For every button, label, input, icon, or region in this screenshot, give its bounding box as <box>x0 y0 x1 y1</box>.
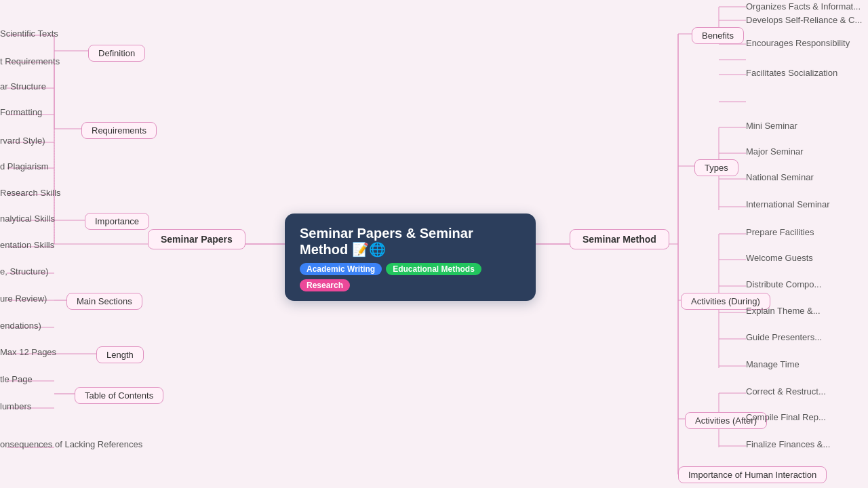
formatting-label: Formatting <box>0 107 42 117</box>
research-skills-label: Research Skills <box>0 188 61 198</box>
seminar-method-label: Seminar Method <box>583 234 656 245</box>
presentation-skills-label: entation Skills <box>0 240 54 250</box>
encourages-resp-label: Encourages Responsibility <box>746 38 850 48</box>
mini-seminar-label: Mini Seminar <box>746 121 797 131</box>
analytical-skills-label: nalytical Skills <box>0 214 55 224</box>
center-tags: Academic Writing Educational Methods Res… <box>300 263 521 291</box>
prepare-facilities-label: Prepare Facilities <box>746 227 814 237</box>
seminar-papers-node[interactable]: Seminar Papers <box>148 229 245 249</box>
main-sections-node[interactable]: Main Sections <box>66 293 142 310</box>
structure-label: e, Structure) <box>0 266 49 277</box>
requirements-node[interactable]: Requirements <box>81 122 157 139</box>
types-node[interactable]: Types <box>694 159 738 176</box>
correct-restruct-label: Correct & Restruct... <box>746 386 826 396</box>
benefits-node[interactable]: Benefits <box>692 27 744 44</box>
develops-self-label: Develops Self-Reliance & C... <box>746 15 862 25</box>
center-node: Seminar Papers & Seminar Method 📝🌐 Acade… <box>285 214 536 301</box>
national-seminar-label: National Seminar <box>746 172 814 182</box>
lit-review-label: ure Review) <box>0 293 47 304</box>
distribute-compo-label: Distribute Compo... <box>746 279 821 289</box>
major-seminar-label: Major Seminar <box>746 146 804 157</box>
center-title-text: Seminar Papers & Seminar Method 📝🌐 <box>300 226 521 258</box>
length-node[interactable]: Length <box>96 346 144 363</box>
tag-educational: Educational Methods <box>386 263 481 275</box>
finalize-finances-label: Finalize Finances &... <box>746 439 830 449</box>
compile-final-label: Compile Final Rep... <box>746 412 826 422</box>
center-title: Seminar Papers & Seminar Method 📝🌐 <box>300 226 521 258</box>
organizes-facts-label: Organizes Facts & Informat... <box>746 1 861 12</box>
seminar-method-node[interactable]: Seminar Method <box>570 229 669 249</box>
human-interaction-node[interactable]: Importance of Human Interaction <box>678 466 827 483</box>
harvard-style-label: rvard Style) <box>0 136 45 146</box>
tag-academic: Academic Writing <box>300 263 382 275</box>
max-pages-label: Max 12 Pages <box>0 347 56 357</box>
req-content-label: t Requirements <box>0 56 60 66</box>
tag-research: Research <box>300 279 350 291</box>
explain-theme-label: Explain Theme &... <box>746 306 821 316</box>
international-seminar-label: International Seminar <box>746 199 830 209</box>
definition-node[interactable]: Definition <box>88 45 145 62</box>
plagiarism-label: d Plagiarism <box>0 161 49 171</box>
manage-time-label: Manage Time <box>746 359 800 369</box>
page-numbers-label: lumbers <box>0 401 31 411</box>
recommendations-label: endations) <box>0 321 41 331</box>
table-of-contents-node[interactable]: Table of Contents <box>75 387 163 404</box>
welcome-guests-label: Welcome Guests <box>746 253 813 263</box>
ar-structure-label: ar Structure <box>0 81 46 92</box>
consequences-label: onsequences of Lacking References <box>0 439 142 449</box>
importance-node[interactable]: Importance <box>85 213 149 230</box>
seminar-papers-label: Seminar Papers <box>161 234 233 245</box>
facilitates-soc-label: Facilitates Socialization <box>746 68 837 78</box>
scientific-texts-label: Scientific Texts <box>0 28 58 39</box>
guide-presenters-label: Guide Presenters... <box>746 332 822 342</box>
title-page-label: tle Page <box>0 374 33 384</box>
